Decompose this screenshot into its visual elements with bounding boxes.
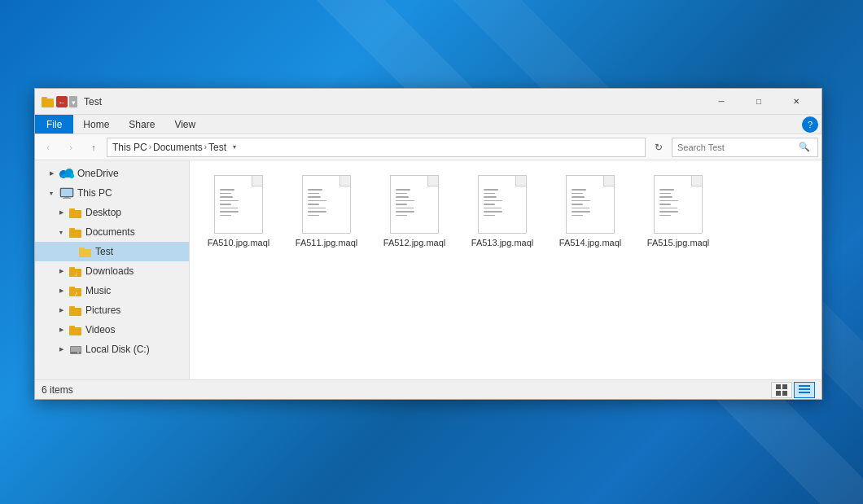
expand-arrow-pictures[interactable]: ▶	[56, 305, 66, 315]
sidebar-item-videos[interactable]: ▶ Videos	[35, 320, 189, 340]
svg-rect-38	[799, 385, 810, 387]
folder-icon-pictures	[69, 305, 82, 316]
expand-arrow-documents[interactable]: ▼	[56, 227, 66, 237]
svg-rect-31	[71, 347, 81, 352]
sidebar-label-documents: Documents	[85, 226, 186, 238]
expand-arrow-desktop[interactable]: ▶	[56, 208, 66, 217]
svg-rect-21	[69, 267, 75, 270]
file-item-3[interactable]: FA512.jpg.maql	[374, 169, 455, 255]
refresh-icon: ↻	[655, 142, 663, 153]
expand-arrow-localdisk[interactable]: ▶	[56, 344, 66, 354]
menu-file[interactable]: File	[35, 115, 73, 134]
search-box[interactable]: 🔍	[672, 138, 818, 157]
file-item-5[interactable]: FA514.jpg.maql	[550, 169, 631, 255]
up-button[interactable]: ↑	[84, 138, 103, 157]
sidebar: ▶ OneDrive ▼ This PC	[35, 160, 190, 379]
svg-rect-39	[799, 388, 810, 390]
disk-icon	[69, 344, 82, 355]
close-button[interactable]: ✕	[778, 89, 815, 115]
svg-rect-11	[61, 189, 72, 196]
expand-arrow-downloads[interactable]: ▶	[56, 266, 66, 276]
svg-rect-18	[79, 249, 91, 257]
expand-arrow-videos[interactable]: ▶	[56, 325, 66, 335]
file-item-4[interactable]: FA513.jpg.maql	[462, 169, 543, 255]
doc-lines-3	[396, 189, 425, 216]
sidebar-item-documents[interactable]: ▼ Documents	[35, 222, 189, 242]
forward-button[interactable]: ›	[61, 138, 81, 157]
grid-view-button[interactable]	[771, 382, 792, 398]
breadcrumb-part-2: Documents	[153, 142, 203, 153]
address-dropdown-icon[interactable]: ▾	[226, 138, 243, 156]
sidebar-item-localdisk[interactable]: ▶ Local Disk (C:)	[35, 340, 189, 359]
breadcrumb-sep-2: ›	[204, 142, 207, 151]
menu-view[interactable]: View	[164, 115, 205, 134]
doc-line	[484, 189, 498, 191]
doc-line	[220, 193, 231, 195]
doc-lines-5	[572, 189, 601, 216]
svg-rect-32	[71, 352, 81, 353]
doc-icon-2	[302, 175, 351, 234]
search-input[interactable]	[677, 142, 796, 152]
maximize-button[interactable]: □	[740, 89, 778, 115]
expand-arrow-thispc[interactable]: ▼	[46, 188, 56, 198]
minimize-button[interactable]: ─	[703, 89, 740, 115]
window-folder-icon	[42, 95, 55, 108]
doc-icon-1	[214, 175, 263, 234]
doc-line	[484, 208, 502, 209]
file-item-2[interactable]: FA511.jpg.maql	[286, 169, 367, 255]
menu-bar-right: ?	[802, 116, 821, 133]
sidebar-item-onedrive[interactable]: ▶ OneDrive	[35, 164, 189, 183]
refresh-button[interactable]: ↻	[649, 138, 668, 157]
sidebar-item-test[interactable]: Test	[35, 242, 189, 261]
file-name-1: FA510.jpg.maql	[208, 237, 269, 248]
title-bar: ← ▾ Test ─ □ ✕	[35, 89, 821, 115]
menu-bar: File Home Share View ?	[35, 115, 821, 134]
address-box[interactable]: This PC › Documents › Test ▾	[107, 138, 646, 157]
doc-line	[659, 204, 671, 205]
expand-arrow-music[interactable]: ▶	[56, 286, 66, 296]
svg-rect-24	[69, 287, 75, 289]
file-item-1[interactable]: FA510.jpg.maql	[198, 169, 279, 255]
back-button[interactable]: ‹	[38, 138, 58, 157]
window-back-icon: ←	[56, 96, 68, 107]
file-name-6: FA515.jpg.maql	[647, 237, 709, 248]
svg-rect-14	[69, 210, 81, 218]
doc-line	[396, 204, 407, 205]
sidebar-item-desktop[interactable]: ▶ Desktop	[35, 203, 189, 222]
file-name-4: FA513.jpg.maql	[471, 237, 533, 248]
svg-rect-36	[776, 391, 781, 396]
doc-line	[484, 193, 495, 195]
menu-share[interactable]: Share	[119, 115, 164, 134]
svg-rect-1	[42, 97, 47, 100]
doc-line	[659, 215, 671, 217]
help-button[interactable]: ?	[802, 116, 818, 133]
doc-line	[484, 211, 502, 213]
breadcrumb-part-3: Test	[208, 142, 226, 153]
sidebar-label-localdisk: Local Disk (C:)	[85, 344, 186, 355]
list-view-button[interactable]	[794, 382, 815, 398]
item-count: 6 items	[42, 384, 771, 396]
expand-arrow-test[interactable]	[66, 247, 76, 256]
doc-line	[659, 200, 678, 202]
doc-line	[220, 196, 233, 198]
file-name-3: FA512.jpg.maql	[383, 237, 445, 248]
file-area: FA510.jpg.maql FA511.jpg.maql FA512.jpg.…	[190, 160, 821, 379]
doc-line	[308, 196, 321, 198]
sidebar-item-thispc[interactable]: ▼ This PC	[35, 183, 189, 203]
file-name-2: FA511.jpg.maql	[296, 237, 357, 248]
search-icon[interactable]: 🔍	[796, 138, 813, 156]
file-item-6[interactable]: FA515.jpg.maql	[637, 169, 719, 255]
sidebar-item-downloads[interactable]: ▶ ↓ Downloads	[35, 261, 189, 281]
svg-rect-17	[69, 228, 75, 230]
doc-line	[396, 215, 407, 217]
expand-arrow-onedrive[interactable]: ▶	[46, 169, 56, 178]
sidebar-item-pictures[interactable]: ▶ Pictures	[35, 300, 189, 320]
sidebar-item-music[interactable]: ▶ ♪ Music	[35, 281, 189, 300]
doc-line	[396, 208, 414, 209]
doc-line	[572, 208, 589, 209]
doc-line	[484, 200, 502, 202]
sidebar-label-test: Test	[95, 246, 186, 257]
doc-line	[308, 189, 322, 191]
breadcrumb-part-1: This PC	[112, 142, 147, 153]
menu-home[interactable]: Home	[73, 115, 119, 134]
